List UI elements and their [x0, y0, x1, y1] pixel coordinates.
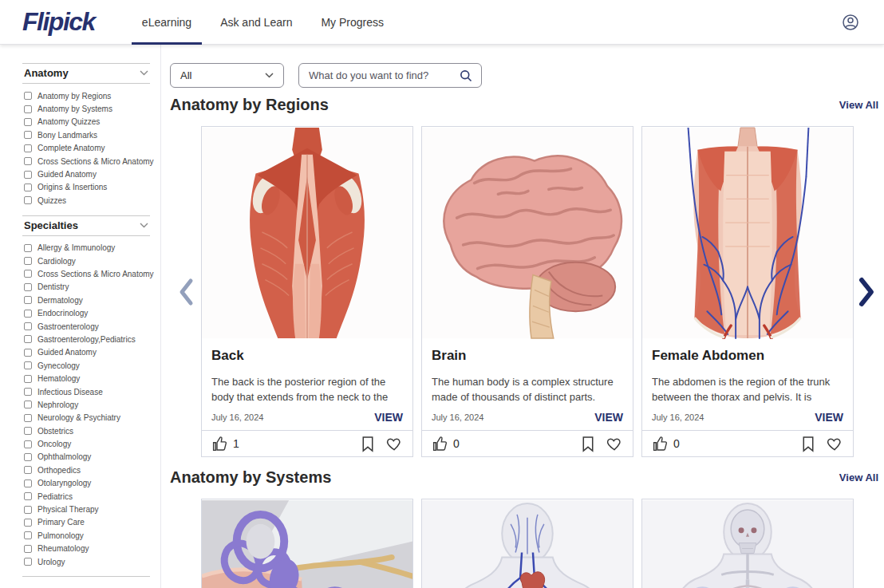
sidebar-filter-item[interactable]: Dentistry — [22, 281, 150, 294]
bookmark-icon[interactable] — [581, 436, 595, 452]
sidebar-filter-item[interactable]: Obstetrics — [22, 424, 150, 437]
sidebar-filter-item[interactable]: Ophthalmology — [22, 451, 150, 464]
checkbox[interactable] — [24, 92, 32, 100]
checkbox[interactable] — [24, 244, 32, 252]
sidebar-filter-item[interactable]: Gastroenterology — [22, 320, 150, 333]
view-button[interactable]: VIEW — [594, 411, 623, 424]
checkbox[interactable] — [24, 171, 32, 179]
view-all-link-regions[interactable]: View All — [839, 99, 878, 111]
sidebar-filter-item[interactable]: Otolaryngology — [22, 477, 150, 490]
checkbox[interactable] — [24, 414, 32, 422]
thumbs-up-icon[interactable] — [652, 436, 669, 452]
checkbox[interactable] — [24, 131, 32, 139]
sidebar-filter-item[interactable]: Physical Therapy — [22, 503, 150, 515]
sidebar-filter-item[interactable]: Gynecology — [22, 359, 150, 372]
sidebar-section-anatomy-header[interactable]: Anatomy — [22, 64, 150, 84]
checkbox[interactable] — [24, 335, 32, 343]
checkbox[interactable] — [24, 105, 32, 113]
user-account-icon[interactable] — [836, 8, 865, 37]
sidebar-filter-item[interactable]: Hematology — [22, 372, 150, 385]
checkbox[interactable] — [24, 558, 32, 566]
sidebar-filter-item[interactable]: Pulmonology — [22, 529, 150, 542]
sidebar-filter-item[interactable]: Primary Care — [22, 516, 150, 529]
course-card-venous-system[interactable] — [421, 499, 633, 588]
course-card-female-abdomen[interactable]: Female Abdomen The abdomen is the region… — [641, 126, 854, 457]
sidebar-filter-item[interactable]: Endocrinology — [22, 306, 150, 319]
carousel-prev-button[interactable] — [170, 277, 201, 307]
thumbs-up-icon[interactable] — [211, 436, 228, 452]
checkbox[interactable] — [24, 519, 32, 527]
checkbox[interactable] — [24, 349, 32, 357]
sidebar-filter-item[interactable]: Rheumatology — [22, 543, 150, 555]
checkbox[interactable] — [24, 453, 32, 461]
thumbs-up-icon[interactable] — [432, 436, 448, 452]
sidebar-filter-item[interactable]: Infectious Disease — [22, 385, 150, 398]
checkbox[interactable] — [24, 144, 32, 152]
search-icon[interactable] — [459, 69, 473, 83]
checkbox[interactable] — [24, 310, 32, 318]
sidebar-filter-item[interactable]: Anatomy by Systems — [22, 102, 150, 115]
sidebar-filter-item[interactable]: Oncology — [22, 437, 150, 450]
bookmark-icon[interactable] — [361, 436, 375, 452]
sidebar-filter-item[interactable]: Guided Anatomy — [22, 168, 150, 180]
checkbox[interactable] — [24, 479, 32, 487]
search-input[interactable] — [309, 69, 459, 81]
sidebar-filter-item[interactable]: Complete Anatomy — [22, 142, 150, 155]
sidebar-filter-item[interactable]: Anatomy by Regions — [22, 89, 150, 102]
sidebar-filter-item[interactable]: Allergy & Immunology — [22, 242, 150, 255]
course-card-auditory-system[interactable] — [201, 499, 413, 588]
view-button[interactable]: VIEW — [815, 411, 843, 424]
sidebar-filter-item[interactable]: Cross Sections & Micro Anatomy — [22, 267, 150, 280]
sidebar-filter-item[interactable]: Quizzes — [22, 194, 150, 207]
nav-tab-ask-and-learn[interactable]: Ask and Learn — [210, 0, 302, 44]
checkbox[interactable] — [24, 283, 32, 291]
checkbox[interactable] — [24, 375, 32, 383]
category-dropdown[interactable]: All — [170, 63, 284, 88]
nav-tab-my-progress[interactable]: My Progress — [310, 0, 394, 44]
course-card-brain[interactable]: Brain The human body is a complex struct… — [421, 126, 633, 457]
checkbox[interactable] — [24, 492, 32, 500]
sidebar-filter-item[interactable]: Bony Landmarks — [22, 128, 150, 141]
sidebar-filter-item[interactable]: Nephrology — [22, 398, 150, 411]
nav-tab-elearning[interactable]: eLearning — [132, 0, 202, 44]
checkbox[interactable] — [24, 157, 32, 165]
sidebar-filter-item[interactable]: Anatomy Quizzes — [22, 116, 150, 128]
heart-icon[interactable] — [606, 436, 623, 452]
sidebar-filter-item[interactable]: Origins & Insertions — [22, 181, 150, 194]
checkbox[interactable] — [24, 466, 32, 474]
view-all-link-systems[interactable]: View All — [839, 472, 878, 483]
course-card-back[interactable]: Back The back is the posterior region of… — [201, 126, 413, 457]
sidebar-filter-item[interactable]: Orthopedics — [22, 464, 150, 476]
sidebar-filter-item[interactable]: Dermatology — [22, 294, 150, 306]
checkbox[interactable] — [24, 270, 32, 278]
checkbox[interactable] — [24, 427, 32, 435]
sidebar-section-specialties-header[interactable]: Specialties — [22, 216, 150, 236]
sidebar-filter-item[interactable]: Neurology & Psychiatry — [22, 412, 150, 424]
checkbox[interactable] — [24, 401, 32, 408]
course-card-skeletal-system[interactable] — [641, 499, 854, 588]
checkbox[interactable] — [24, 440, 32, 448]
sidebar-filter-item[interactable]: Urology — [22, 555, 150, 568]
view-button[interactable]: VIEW — [374, 411, 403, 424]
checkbox[interactable] — [24, 361, 32, 369]
checkbox[interactable] — [24, 296, 32, 304]
sidebar-filter-item[interactable]: Guided Anatomy — [22, 346, 150, 359]
checkbox[interactable] — [24, 257, 32, 265]
sidebar-filter-item[interactable]: Cross Sections & Micro Anatomy — [22, 155, 150, 168]
checkbox[interactable] — [24, 531, 32, 539]
sidebar-specialties-items: Allergy & Immunology Cardiology Cross Se… — [22, 236, 150, 578]
checkbox[interactable] — [24, 545, 32, 553]
checkbox[interactable] — [24, 118, 32, 126]
checkbox[interactable] — [24, 184, 32, 191]
checkbox[interactable] — [24, 196, 32, 204]
sidebar-filter-item[interactable]: Gastroenterology,Pediatrics — [22, 333, 150, 345]
bookmark-icon[interactable] — [801, 436, 815, 452]
carousel-next-button[interactable] — [854, 276, 878, 308]
sidebar-filter-item[interactable]: Cardiology — [22, 255, 150, 267]
heart-icon[interactable] — [385, 436, 403, 452]
checkbox[interactable] — [24, 388, 32, 396]
heart-icon[interactable] — [826, 436, 843, 452]
checkbox[interactable] — [24, 506, 32, 514]
checkbox[interactable] — [24, 322, 32, 330]
sidebar-filter-item[interactable]: Pediatrics — [22, 490, 150, 503]
